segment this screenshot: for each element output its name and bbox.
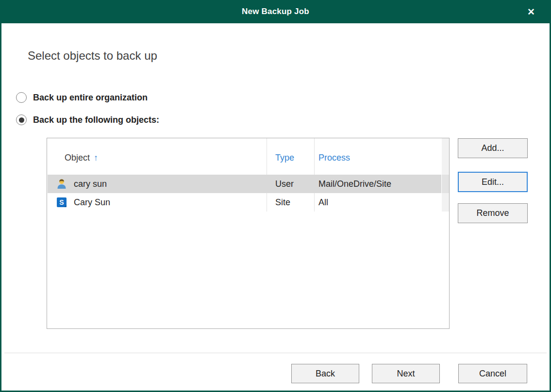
remove-button[interactable]: Remove xyxy=(458,203,528,223)
radio-dot xyxy=(19,117,24,123)
radio-backup-following-objects[interactable]: Back up the following objects: xyxy=(16,114,159,125)
window-title: New Backup Job xyxy=(242,7,309,16)
sharepoint-site-icon: S xyxy=(55,196,68,209)
close-icon[interactable]: ✕ xyxy=(524,4,538,19)
svg-text:S: S xyxy=(59,198,64,206)
edit-button[interactable]: Edit... xyxy=(458,172,528,192)
column-header-object-label: Object xyxy=(65,153,90,163)
column-header-process[interactable]: Process xyxy=(318,153,350,163)
cancel-button[interactable]: Cancel xyxy=(458,364,527,383)
radio-circle-icon[interactable] xyxy=(16,92,27,103)
new-backup-job-dialog: New Backup Job ✕ Select objects to back … xyxy=(0,0,551,392)
cell-object: Cary Sun xyxy=(74,197,110,208)
cell-type: Site xyxy=(275,197,290,208)
column-header-object[interactable]: Object↑ xyxy=(65,153,98,163)
cell-type: User xyxy=(275,179,294,189)
footer-divider xyxy=(4,353,547,353)
objects-table: Object↑ Type Process cary sun User Mail/… xyxy=(47,138,450,329)
cell-process: All xyxy=(318,197,328,208)
cell-process: Mail/OneDrive/Site xyxy=(318,179,391,189)
scrollbar-selection-band xyxy=(442,175,449,193)
sort-ascending-icon: ↑ xyxy=(94,153,98,163)
radio-backup-entire-organization[interactable]: Back up entire organization xyxy=(16,92,148,103)
cell-object: cary sun xyxy=(74,179,107,189)
radio-circle-selected-icon[interactable] xyxy=(16,114,27,125)
back-button[interactable]: Back xyxy=(291,364,359,383)
table-row-cary-sun-user[interactable]: cary sun User Mail/OneDrive/Site xyxy=(48,175,441,193)
table-scrollbar[interactable] xyxy=(442,138,449,212)
radio-following-objects-label: Back up the following objects: xyxy=(33,115,159,125)
page-title: Select objects to back up xyxy=(28,49,157,63)
add-button[interactable]: Add... xyxy=(458,138,528,158)
user-icon xyxy=(55,178,68,190)
titlebar: New Backup Job ✕ xyxy=(0,0,551,23)
radio-entire-organization-label: Back up entire organization xyxy=(33,93,148,103)
next-button[interactable]: Next xyxy=(372,364,440,383)
column-header-type[interactable]: Type xyxy=(275,153,294,163)
table-row-cary-sun-site[interactable]: S Cary Sun Site All xyxy=(48,193,441,212)
